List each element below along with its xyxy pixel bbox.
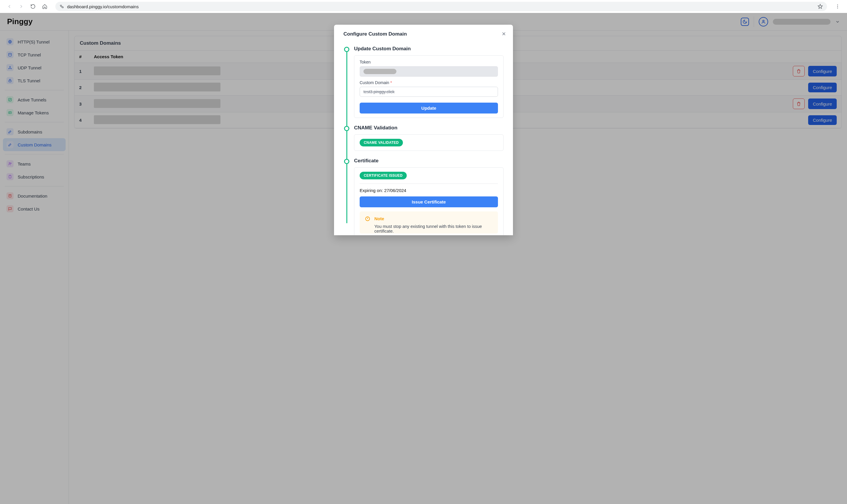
note-body: You must stop any existing tunnel with t…	[374, 224, 492, 233]
note-alert: Note You must stop any existing tunnel w…	[360, 212, 498, 233]
cname-validated-badge: CNAME VALIDATED	[360, 139, 403, 146]
update-button[interactable]: Update	[360, 103, 498, 113]
certificate-issued-badge: CERTIFICATE ISSUED	[360, 172, 407, 179]
url-text: dashboard.pinggy.io/customdomains	[67, 4, 815, 9]
step-dot-icon	[344, 159, 349, 164]
close-icon[interactable]	[501, 31, 506, 36]
reload-button[interactable]	[28, 2, 38, 11]
step-dot-icon	[344, 47, 349, 52]
back-button[interactable]	[5, 2, 14, 11]
note-title: Note	[374, 216, 492, 221]
svg-point-3	[837, 6, 838, 7]
custom-domain-input[interactable]	[360, 87, 498, 97]
step-dot-icon	[344, 126, 349, 131]
token-field	[360, 66, 498, 77]
home-button[interactable]	[40, 2, 49, 11]
alert-icon	[365, 216, 370, 233]
svg-point-2	[837, 4, 838, 5]
configure-domain-modal: Configure Custom Domain Update Custom Do…	[334, 25, 513, 235]
browser-toolbar: dashboard.pinggy.io/customdomains	[0, 0, 847, 13]
step2-title: CNAME Validation	[354, 125, 504, 131]
bookmark-icon[interactable]	[817, 4, 823, 9]
svg-rect-0	[60, 5, 62, 6]
modal-title: Configure Custom Domain	[343, 31, 504, 37]
address-bar[interactable]: dashboard.pinggy.io/customdomains	[55, 2, 827, 11]
domain-label: Custom Domain *	[360, 80, 498, 85]
forward-button[interactable]	[16, 2, 26, 11]
site-info-icon[interactable]	[59, 4, 64, 9]
svg-point-4	[837, 8, 838, 8]
step1-title: Update Custom Domain	[354, 46, 504, 52]
expiry-text: Expiring on: 27/06/2024	[360, 188, 498, 193]
token-label: Token	[360, 60, 498, 65]
step3-title: Certificate	[354, 158, 504, 164]
issue-certificate-button[interactable]: Issue Certificate	[360, 196, 498, 207]
menu-button[interactable]	[833, 2, 842, 11]
token-value-redacted	[363, 69, 396, 74]
